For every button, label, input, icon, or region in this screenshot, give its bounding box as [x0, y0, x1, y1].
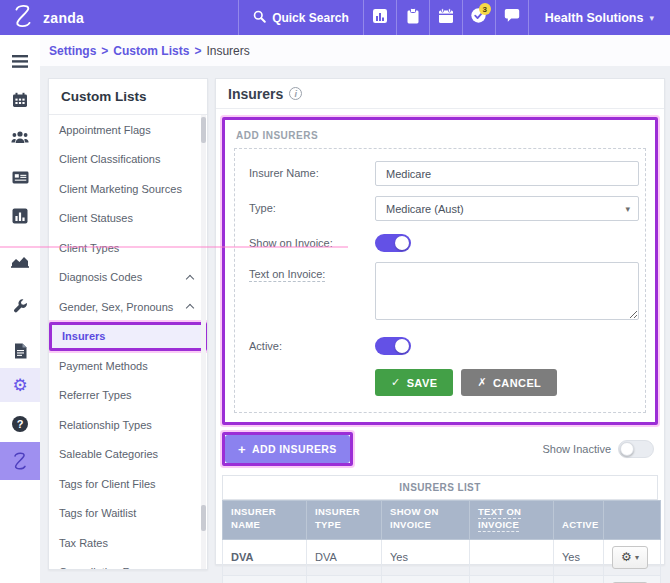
quick-search-button[interactable]: Quick Search: [238, 0, 363, 35]
sidebar-item-client-statuses[interactable]: Client Statuses: [49, 204, 207, 234]
cancel-button[interactable]: ✗ CANCEL: [461, 369, 557, 396]
insurer-name-row: Insurer Name:: [249, 161, 631, 186]
type-select-value: Medicare (Aust): [386, 203, 464, 215]
clipboard-icon: [406, 8, 420, 28]
sidebar-item-saleable-categories[interactable]: Saleable Categories: [49, 440, 207, 470]
breadcrumb: Settings > Custom Lists > Insurers: [40, 35, 670, 66]
add-insurers-section-title: ADD INSURERS: [236, 130, 646, 141]
plus-icon: +: [238, 442, 246, 457]
breadcrumb-separator: >: [194, 44, 201, 58]
sidebar-item-referrer-types[interactable]: Referrer Types: [49, 381, 207, 411]
info-icon[interactable]: i: [289, 87, 302, 100]
menu-button[interactable]: [0, 43, 40, 79]
sidebar-item-diagnosis-codes[interactable]: Diagnosis Codes: [49, 263, 207, 293]
active-toggle-on[interactable]: [375, 337, 411, 355]
insurers-table: INSURER NAME INSURER TYPE SHOW ON INVOIC…: [222, 500, 661, 583]
notes-button[interactable]: [396, 0, 429, 35]
sidebar-scrollbar[interactable]: [201, 115, 206, 570]
sidebar-item-appointment-flags[interactable]: Appointment Flags: [49, 115, 207, 145]
calendar-nav-button[interactable]: [0, 82, 40, 118]
quick-search-label: Quick Search: [272, 11, 349, 25]
chevron-up-icon: [186, 275, 194, 283]
reports-button[interactable]: [363, 0, 396, 35]
show-on-invoice-toggle-on[interactable]: [375, 234, 411, 252]
help-button[interactable]: ?: [0, 406, 40, 442]
messages-button[interactable]: [495, 0, 528, 35]
text-on-invoice-row: Text on Invoice:: [249, 262, 631, 324]
sidebar-item-client-classifications[interactable]: Client Classifications: [49, 145, 207, 175]
document-icon: [14, 343, 27, 359]
check-icon: ✓: [391, 376, 401, 389]
sidebar-item-tax-rates[interactable]: Tax Rates: [49, 528, 207, 558]
cell-show-on-invoice: Yes: [382, 539, 470, 575]
sidebar-item-tags-for-client-files[interactable]: Tags for Client Files: [49, 469, 207, 499]
sidebar-item-tags-for-waitlist[interactable]: Tags for Waitlist: [49, 499, 207, 529]
wrench-icon: [13, 299, 28, 314]
col-text-on-invoice: TEXT ON INVOICE: [470, 501, 554, 540]
table-row: Private Insurance Standard Yes Yes ⚙ ▾: [223, 575, 661, 583]
active-row: Active:: [249, 334, 631, 355]
show-inactive-control: Show Inactive: [543, 440, 658, 458]
add-insurers-row: + ADD INSURERS Show Inactive: [222, 432, 658, 466]
tasks-button[interactable]: 3: [462, 0, 495, 35]
clients-nav-button[interactable]: [0, 119, 40, 155]
calendar-button[interactable]: [429, 0, 462, 35]
brand-logo[interactable]: zanda: [0, 0, 238, 35]
tools-nav-button[interactable]: [0, 288, 40, 324]
cell-type: DVA: [307, 539, 382, 575]
cell-actions: ⚙ ▾: [604, 539, 661, 575]
sidebar-item-insurers-active[interactable]: Insurers: [49, 322, 207, 352]
row-actions-button[interactable]: ⚙ ▾: [612, 546, 648, 569]
sidebar-item-cancellation-reasons[interactable]: Cancellation Reasons: [49, 558, 207, 571]
type-select[interactable]: Medicare (Aust) ▾: [375, 196, 639, 221]
breadcrumb-settings[interactable]: Settings: [49, 44, 96, 58]
reports-nav-button[interactable]: [0, 243, 40, 279]
sidebar-item-client-types[interactable]: Client Types: [49, 233, 207, 263]
templates-nav-button[interactable]: [0, 333, 40, 369]
show-on-invoice-row: Show on Invoice:: [249, 231, 631, 252]
breadcrumb-custom-lists[interactable]: Custom Lists: [113, 44, 189, 58]
cell-active: Yes: [554, 539, 604, 575]
sidebar-item-payment-methods[interactable]: Payment Methods: [49, 351, 207, 381]
type-label: Type:: [249, 196, 375, 221]
col-insurer-type: INSURER TYPE: [307, 501, 382, 540]
charts-nav-button[interactable]: [0, 198, 40, 234]
gear-icon: ⚙: [621, 551, 632, 563]
account-menu[interactable]: Health Solutions ▾: [528, 0, 670, 35]
insurer-name-input[interactable]: [375, 161, 639, 186]
page-title: Insurers: [228, 86, 283, 102]
sidebar-item-relationship-types[interactable]: Relationship Types: [49, 410, 207, 440]
show-inactive-toggle-off[interactable]: [618, 440, 654, 458]
question-icon: ?: [12, 416, 28, 432]
zanda-glyph-icon: [10, 451, 30, 471]
main-panel-header: Insurers i: [216, 79, 664, 109]
table-header-row: INSURER NAME INSURER TYPE SHOW ON INVOIC…: [223, 501, 661, 540]
zanda-panel-button[interactable]: [0, 442, 40, 480]
invoices-nav-button[interactable]: [0, 159, 40, 195]
cell-text-on-invoice: [470, 575, 554, 583]
chevron-up-icon: [186, 304, 194, 312]
sidebar-item-client-marketing-sources[interactable]: Client Marketing Sources: [49, 174, 207, 204]
users-icon: [11, 130, 29, 144]
text-on-invoice-textarea[interactable]: [375, 262, 639, 320]
add-insurers-button[interactable]: + ADD INSURERS: [225, 435, 350, 463]
insurer-name-label: Insurer Name:: [249, 161, 375, 186]
bar-chart-icon: [12, 208, 28, 224]
payment-card-icon: [12, 171, 29, 184]
chevron-down-icon: ▾: [649, 13, 654, 23]
brand-name: zanda: [43, 10, 84, 26]
table-row: DVA DVA Yes Yes ⚙ ▾: [223, 539, 661, 575]
sidebar-item-gender-sex-pronouns[interactable]: Gender, Sex, Pronouns: [49, 292, 207, 322]
col-actions: [604, 501, 661, 540]
custom-lists-list: Appointment Flags Client Classifications…: [49, 115, 207, 570]
show-inactive-label: Show Inactive: [543, 443, 611, 455]
search-icon: [253, 10, 266, 26]
zanda-logo-icon: [10, 3, 36, 33]
insurer-link-dva[interactable]: DVA: [223, 539, 307, 575]
type-row: Type: Medicare (Aust) ▾: [249, 196, 631, 221]
custom-lists-title: Custom Lists: [49, 79, 207, 115]
top-navigation-bar: zanda Quick Search 3 Health Solutions ▾: [0, 0, 670, 35]
settings-nav-button-active[interactable]: ⚙: [0, 368, 40, 402]
save-button[interactable]: ✓ SAVE: [375, 369, 453, 396]
insurer-link-private-insurance[interactable]: Private Insurance: [223, 575, 307, 583]
